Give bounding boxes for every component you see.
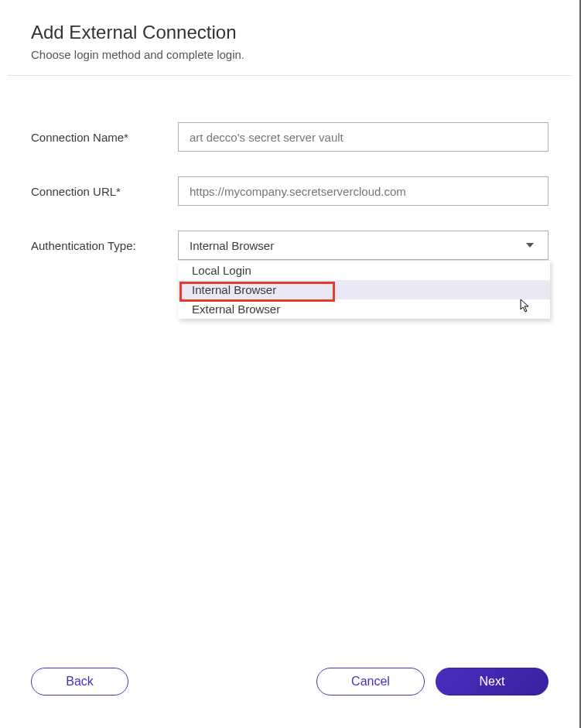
auth-option-local-login[interactable]: Local Login	[178, 261, 550, 280]
connection-name-label: Connection Name*	[31, 131, 178, 144]
page-title: Add External Connection	[31, 22, 549, 43]
auth-option-internal-browser[interactable]: Internal Browser	[178, 280, 550, 299]
auth-option-external-browser[interactable]: External Browser	[178, 299, 550, 319]
auth-type-select[interactable]: Internal Browser	[178, 231, 549, 260]
back-button[interactable]: Back	[31, 668, 128, 696]
header-divider	[8, 75, 572, 76]
connection-name-input[interactable]	[178, 122, 549, 152]
auth-type-dropdown: Local Login Internal Browser External Br…	[178, 260, 550, 319]
auth-type-selected-value: Internal Browser	[190, 239, 274, 252]
chevron-down-icon	[526, 243, 534, 248]
next-button[interactable]: Next	[436, 668, 549, 696]
auth-type-label: Authentication Type:	[31, 239, 178, 252]
connection-url-input[interactable]	[178, 176, 549, 206]
cancel-button[interactable]: Cancel	[316, 668, 425, 696]
connection-url-label: Connection URL*	[31, 185, 178, 198]
page-subtitle: Choose login method and complete login.	[31, 48, 549, 61]
